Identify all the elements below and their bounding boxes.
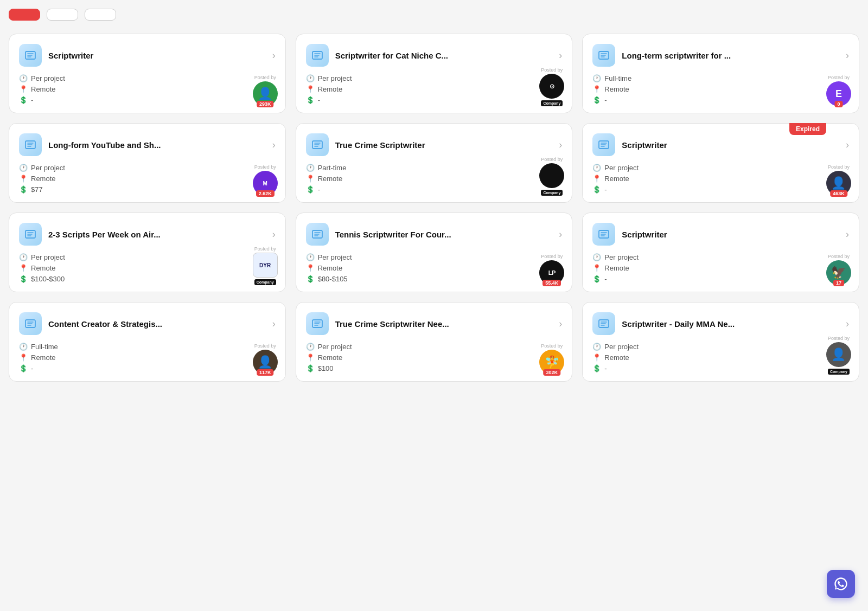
salary-row: 💲 - xyxy=(19,96,276,104)
clock-icon: 🕐 xyxy=(19,253,28,261)
salary-row: 💲 $77 xyxy=(19,185,276,194)
job-card[interactable]: Scriptwriter for Cat Niche C... › 🕐 Per … xyxy=(296,34,573,113)
job-icon xyxy=(19,44,42,67)
card-header: Scriptwriter › xyxy=(592,223,849,246)
card-meta: 🕐 Per project 📍 Remote 💲 - xyxy=(306,74,563,104)
card-title: Long-term scriptwriter for ... xyxy=(622,51,839,60)
posted-by-label: Posted by xyxy=(254,75,276,80)
card-title: 2-3 Scripts Per Week on Air... xyxy=(48,230,266,239)
salary-row: 💲 - xyxy=(306,96,563,104)
salary-row: 💲 - xyxy=(592,364,849,372)
rate-type: Per project xyxy=(604,253,639,261)
job-card[interactable]: 2-3 Scripts Per Week on Air... › 🕐 Per p… xyxy=(9,213,286,292)
card-title: Content Creator & Strategis... xyxy=(48,319,266,329)
avatar-wrap: E 0 xyxy=(826,81,851,106)
card-header: Scriptwriter › xyxy=(19,44,276,67)
posted-by-label: Posted by xyxy=(541,67,563,73)
location: Remote xyxy=(31,85,56,93)
posted-by-label: Posted by xyxy=(541,343,563,349)
chat-button[interactable] xyxy=(827,570,855,598)
posted-by: Posted by 🦅 17 xyxy=(826,254,851,285)
location-row: 📍 Remote xyxy=(592,85,849,93)
job-card[interactable]: Scriptwriter › 🕐 Per project 📍 Remote 💲 … xyxy=(9,34,286,113)
salary: - xyxy=(318,96,320,104)
dollar-icon: 💲 xyxy=(306,275,315,283)
posted-by: Posted by 👤 117K xyxy=(253,343,278,375)
job-card[interactable]: Content Creator & Strategis... › 🕐 Full-… xyxy=(9,302,286,382)
location-row: 📍 Remote xyxy=(19,353,276,362)
card-meta: 🕐 Per project 📍 Remote 💲 $100 xyxy=(306,343,563,372)
card-meta: 🕐 Per project 📍 Remote 💲 - xyxy=(19,74,276,104)
rate-type: Per project xyxy=(318,74,352,82)
chevron-icon: › xyxy=(272,229,276,240)
rate-type-row: 🕐 Per project xyxy=(19,74,276,82)
salary: - xyxy=(31,364,33,372)
job-card[interactable]: Expired Scriptwriter › 🕐 Per project xyxy=(582,123,859,203)
avatar-wrap: 🧚 302K xyxy=(539,350,564,375)
rate-type: Per project xyxy=(318,253,352,261)
location-row: 📍 Remote xyxy=(19,264,276,272)
company-badge: Company xyxy=(541,100,563,106)
card-title: True Crime Scriptwriter Nee... xyxy=(335,319,553,329)
location-row: 📍 Remote xyxy=(19,85,276,93)
posted-by: Posted by M 2.62K xyxy=(253,164,278,196)
clock-icon: 🕐 xyxy=(306,253,315,261)
card-header: True Crime Scriptwriter Nee... › xyxy=(306,312,563,335)
rate-type-row: 🕐 Per project xyxy=(592,164,849,172)
locations-filter-button[interactable] xyxy=(85,9,116,21)
location: Remote xyxy=(31,175,56,183)
card-title: Scriptwriter xyxy=(622,140,839,150)
salary: $77 xyxy=(31,185,43,194)
dollar-icon: 💲 xyxy=(592,185,601,194)
dollar-icon: 💲 xyxy=(19,275,28,283)
location: Remote xyxy=(604,175,629,183)
salary-row: 💲 $100-$300 xyxy=(19,275,276,283)
salary-row: 💲 $100 xyxy=(306,364,563,372)
salary-row: 💲 $80-$105 xyxy=(306,275,563,283)
rate-type-row: 🕐 Per project xyxy=(19,253,276,261)
location-row: 📍 Remote xyxy=(306,175,563,183)
job-icon xyxy=(592,223,615,246)
card-header: Scriptwriter › xyxy=(592,133,849,156)
chevron-icon: › xyxy=(846,318,849,330)
salary: - xyxy=(604,185,607,194)
rate-type-row: 🕐 Per project xyxy=(306,343,563,351)
job-card[interactable]: Scriptwriter › 🕐 Per project 📍 Remote 💲 … xyxy=(582,213,859,292)
job-card[interactable]: Tennis Scriptwriter For Cour... › 🕐 Per … xyxy=(296,213,573,292)
dollar-icon: 💲 xyxy=(592,275,601,283)
rate-type: Per project xyxy=(31,74,65,82)
location-row: 📍 Remote xyxy=(306,353,563,362)
location: Remote xyxy=(604,85,629,93)
posted-by: Posted by DYR Company xyxy=(253,246,278,285)
count-badge: 17 xyxy=(833,280,844,286)
card-meta: 🕐 Per project 📍 Remote 💲 $80-$105 xyxy=(306,253,563,283)
card-header: Tennis Scriptwriter For Cour... › xyxy=(306,223,563,246)
chevron-icon: › xyxy=(272,50,276,61)
search-filter-button[interactable] xyxy=(9,9,40,21)
location: Remote xyxy=(318,353,343,362)
card-header: True Crime Scriptwriter › xyxy=(306,133,563,156)
job-card[interactable]: Scriptwriter - Daily MMA Ne... › 🕐 Per p… xyxy=(582,302,859,382)
job-types-filter-button[interactable] xyxy=(47,9,78,21)
card-title: Scriptwriter xyxy=(48,51,266,60)
count-badge: 55.4K xyxy=(542,280,561,286)
expired-badge: Expired xyxy=(789,123,826,135)
job-card[interactable]: Long-form YouTube and Sh... › 🕐 Per proj… xyxy=(9,123,286,203)
rate-type: Per project xyxy=(318,343,352,351)
card-title: True Crime Scriptwriter xyxy=(335,140,553,150)
salary: - xyxy=(604,364,607,372)
count-badge: 117K xyxy=(257,369,274,376)
chevron-icon: › xyxy=(559,139,562,151)
posted-by-label: Posted by xyxy=(254,164,276,170)
pin-icon: 📍 xyxy=(19,175,28,183)
location: Remote xyxy=(318,85,343,93)
card-header: 2-3 Scripts Per Week on Air... › xyxy=(19,223,276,246)
job-card[interactable]: True Crime Scriptwriter Nee... › 🕐 Per p… xyxy=(296,302,573,382)
location: Remote xyxy=(31,264,56,272)
salary-row: 💲 - xyxy=(592,185,849,194)
job-card[interactable]: Long-term scriptwriter for ... › 🕐 Full-… xyxy=(582,34,859,113)
card-title: Scriptwriter xyxy=(622,230,839,239)
count-badge: 2.62K xyxy=(256,190,275,197)
job-card[interactable]: True Crime Scriptwriter › 🕐 Part-time 📍 … xyxy=(296,123,573,203)
salary: - xyxy=(318,185,320,194)
